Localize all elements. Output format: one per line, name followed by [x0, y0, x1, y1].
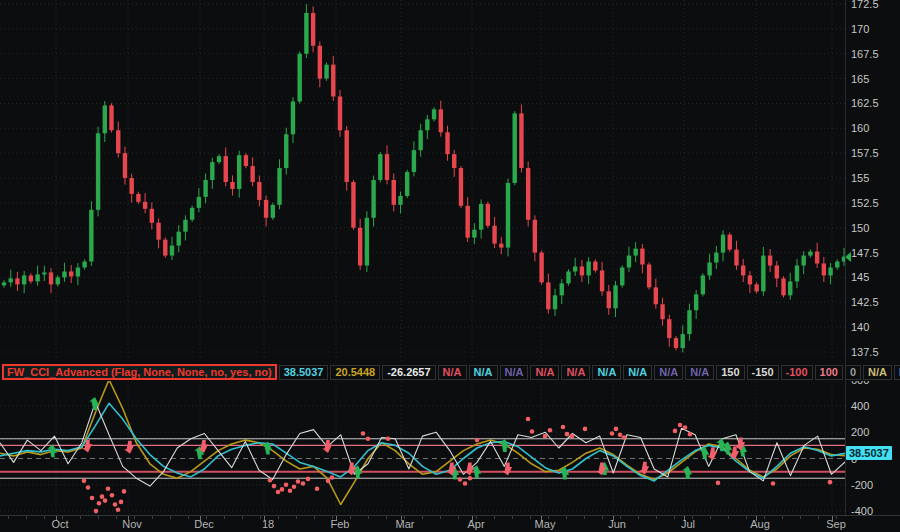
minor-tick [656, 516, 657, 519]
month-label: Dec [194, 518, 214, 530]
minor-tick [512, 516, 513, 519]
month-label: Mar [396, 518, 415, 530]
minor-tick [422, 516, 423, 519]
price-tick-label: 157.5 [851, 147, 879, 159]
month-label: Jul [681, 518, 695, 530]
buy-arrows [47, 397, 747, 480]
minor-tick [296, 516, 297, 519]
price-tick-label: 167.5 [851, 48, 879, 60]
minor-tick [782, 516, 783, 519]
minor-tick [710, 516, 711, 519]
study-value-cell: 38.5037 [279, 365, 329, 380]
study-value-cell: N/A [894, 365, 900, 380]
minor-tick [80, 516, 81, 519]
minor-tick [800, 516, 801, 519]
minor-tick [386, 516, 387, 519]
minor-tick [278, 516, 279, 519]
minor-tick [170, 516, 171, 519]
cci-oscillator-chart[interactable] [0, 381, 845, 515]
minor-tick [188, 516, 189, 519]
candlestick-chart[interactable] [0, 0, 845, 363]
cci-tick-label: -200 [851, 479, 873, 491]
minor-tick [44, 516, 45, 519]
study-value-cell: 100 [815, 365, 843, 380]
price-tick-label: 142.5 [851, 296, 879, 308]
price-tick-label: 162.5 [851, 97, 879, 109]
study-value-cell: N/A [623, 365, 652, 380]
time-axis[interactable]: OctNovDec18FebMarAprMayJunJulAugSep [0, 515, 900, 532]
price-tick-label: 165 [851, 73, 869, 85]
price-tick-label: 140 [851, 321, 869, 333]
price-grid [0, 0, 845, 363]
study-value-cell: N/A [530, 365, 559, 380]
minor-tick [440, 516, 441, 519]
study-value-cell: N/A [561, 365, 590, 380]
study-value-cell: N/A [654, 365, 683, 380]
minor-tick [350, 516, 351, 519]
study-label[interactable]: FW_CCI_Advanced (Flag, None, None, no, y… [2, 364, 277, 380]
minor-tick [260, 516, 261, 519]
price-tick-label: 150 [851, 222, 869, 234]
month-label: Nov [122, 518, 142, 530]
price-axis[interactable]: 172.5170167.5165162.5160157.5155152.5150… [846, 0, 900, 363]
study-value-cell: 0 [845, 365, 861, 380]
minor-tick [602, 516, 603, 519]
cci-value-badge: 38.5037 [846, 446, 892, 460]
minor-tick [224, 516, 225, 519]
study-value-cell: N/A [469, 365, 498, 380]
cci-levels [0, 439, 845, 478]
minor-tick [26, 516, 27, 519]
minor-tick [116, 516, 117, 519]
month-label: Oct [51, 518, 68, 530]
study-value-cell: 150 [716, 365, 744, 380]
minor-tick [8, 516, 9, 519]
price-tick-label: 137.5 [851, 346, 879, 358]
cci-tick-label: 600 [851, 381, 869, 386]
minor-tick [494, 516, 495, 519]
cci-tick-label: 400 [851, 400, 869, 412]
price-tick-label: 170 [851, 23, 869, 35]
minor-tick [566, 516, 567, 519]
study-row: FW_CCI_Advanced (Flag, None, None, no, y… [2, 363, 845, 381]
study-value-cell: -26.2657 [382, 365, 435, 380]
minor-tick [242, 516, 243, 519]
price-tick-label: 147.5 [851, 247, 879, 259]
minor-tick [98, 516, 99, 519]
price-chart-panel[interactable] [0, 0, 845, 363]
study-value-cell: -100 [781, 365, 813, 380]
study-value-cell: N/A [438, 365, 467, 380]
study-value-cell: N/A [863, 365, 892, 380]
trading-chart-window: 172.5170167.5165162.5160157.5155152.5150… [0, 0, 900, 532]
minor-tick [314, 516, 315, 519]
price-tick-label: 160 [851, 122, 869, 134]
month-label: Apr [467, 518, 484, 530]
minor-tick [638, 516, 639, 519]
minor-tick [530, 516, 531, 519]
study-value-cell: 20.5448 [330, 365, 380, 380]
month-label: Sep [826, 518, 846, 530]
month-label: May [535, 518, 556, 530]
minor-tick [674, 516, 675, 519]
month-label: 18 [262, 518, 274, 530]
minor-tick [728, 516, 729, 519]
study-value-cell: N/A [500, 365, 529, 380]
month-label: Jun [608, 518, 626, 530]
minor-tick [818, 516, 819, 519]
minor-tick [458, 516, 459, 519]
minor-tick [152, 516, 153, 519]
minor-tick [368, 516, 369, 519]
cci-tick-label: 200 [851, 426, 869, 438]
cci-tick-label: -400 [851, 505, 873, 515]
price-tick-label: 152.5 [851, 197, 879, 209]
study-value-cell: -150 [747, 365, 779, 380]
price-tick-label: 172.5 [851, 0, 879, 10]
month-label: Aug [750, 518, 770, 530]
month-label: Feb [331, 518, 350, 530]
price-tick-label: 145 [851, 271, 869, 283]
study-value-cell: N/A [592, 365, 621, 380]
cci-indicator-panel[interactable] [0, 381, 845, 515]
study-value-cell: N/A [685, 365, 714, 380]
minor-tick [746, 516, 747, 519]
price-tick-label: 155 [851, 172, 869, 184]
minor-tick [584, 516, 585, 519]
